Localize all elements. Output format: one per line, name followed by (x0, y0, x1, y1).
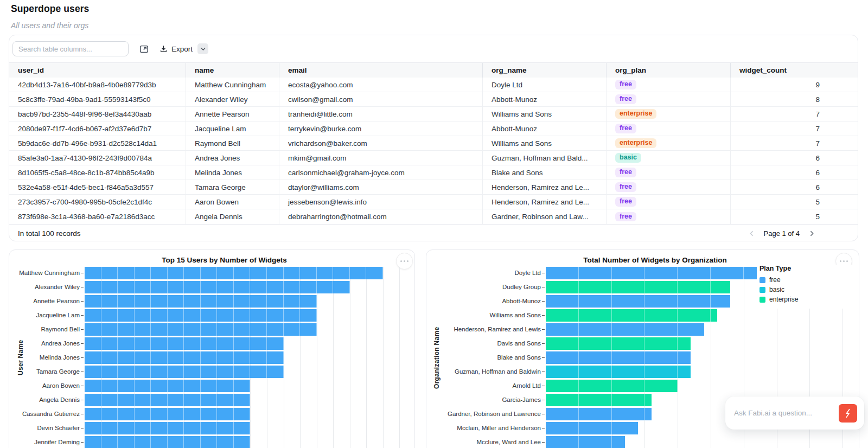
bar-Jacqueline Lam (85, 309, 317, 322)
org-plan-badge: free (615, 80, 636, 89)
y-tick-label: Jacqueline Lam (9, 309, 85, 322)
y-tick-label: Cassandra Gutierrez (9, 408, 85, 420)
export-label: Export (171, 45, 193, 53)
next-page-button[interactable] (808, 230, 815, 237)
legend-label: enterprise (769, 296, 798, 303)
bar-Angela Dennis (85, 394, 250, 406)
cell-org_name: Abbott-Munoz (483, 92, 607, 106)
previous-page-button[interactable] (748, 230, 755, 237)
cell-user_id: 2080de97-f1f7-4cd6-b067-af2d37e6d7b7 (9, 121, 186, 136)
table-row: 873f698e-3c1a-4368-ba60-e7a2186d3accAnge… (9, 209, 858, 224)
cell-org_plan: free (607, 92, 731, 106)
cell-email: tranheidi@little.com (279, 107, 483, 121)
y-tick-label: Angela Dennis (9, 394, 85, 406)
cell-widget_count: 8 (731, 92, 858, 106)
cell-org_plan: enterprise (607, 136, 731, 150)
bar-row (85, 422, 410, 434)
y-tick-label: Garcia-James (426, 394, 546, 406)
bar-Tamara George (85, 366, 284, 378)
legend-label: basic (769, 286, 784, 293)
cell-org_name: Abbott-Munoz (483, 121, 607, 136)
bar-row (546, 436, 854, 448)
download-icon (159, 45, 168, 53)
y-tick-label: Dudley Group (426, 281, 546, 293)
chevron-right-icon (808, 230, 815, 237)
y-tick-label: Blake and Sons (426, 351, 546, 364)
y-tick-label: Tamara George (9, 366, 85, 378)
legend-swatch-enterprise (760, 297, 765, 303)
table-row: 2080de97-f1f7-4cd6-b067-af2d37e6d7b7Jacq… (9, 121, 858, 136)
table-row: 85afe3a0-1aa7-4130-96f2-243f9d00784aAndr… (9, 151, 858, 165)
y-tick-label: Mcclure, Ward and Lee (426, 436, 546, 448)
cell-widget_count: 7 (731, 121, 858, 136)
chevron-left-icon (748, 230, 755, 237)
users-table-card: Export user_idnameemailorg_nameorg_planw… (9, 35, 858, 241)
bar-row (546, 351, 854, 364)
ask-fabi-widget[interactable]: Ask Fabi.ai a question... (725, 396, 864, 430)
y-tick-label: Williams and Sons (426, 309, 546, 322)
page-subtitle: All users and their orgs (11, 21, 89, 30)
bar-Abbott-Munoz (546, 295, 730, 308)
cell-org_plan: free (607, 209, 731, 224)
export-dropdown-button[interactable] (197, 43, 208, 54)
search-input[interactable] (12, 41, 129, 56)
bar-row (85, 337, 410, 350)
table-row: 5b9dac6e-dd7b-496e-b931-d2c528c14da1Raym… (9, 136, 858, 151)
lightning-bolt-icon (843, 408, 853, 419)
page-indicator: Page 1 of 4 (764, 229, 800, 238)
bar-row (85, 394, 410, 406)
bar-Annette Pearson (85, 295, 317, 308)
export-button[interactable]: Export (159, 43, 208, 54)
cell-org_name: Blake and Sons (483, 165, 607, 180)
y-tick-label: Gardner, Robinson and Lawrence (426, 408, 546, 420)
cell-widget_count: 5 (731, 209, 858, 224)
chart-title: Total Number of Widgets by Organization (459, 256, 851, 264)
cell-org_plan: basic (607, 151, 731, 165)
cell-org_name: Guzman, Hoffman and Bald... (483, 151, 607, 165)
cell-org_name: Williams and Sons (483, 136, 607, 150)
chart-legend: Plan Type freebasicenterprise (757, 265, 858, 309)
bar-row (85, 436, 410, 448)
org-plan-badge: basic (615, 153, 641, 163)
expand-icon (139, 44, 149, 54)
chevron-down-icon (200, 46, 206, 52)
bar-row (546, 366, 854, 378)
y-tick-label: Doyle Ltd (426, 267, 546, 279)
bar-Jennifer Deming (85, 436, 250, 448)
cell-user_id: 85afe3a0-1aa7-4130-96f2-243f9d00784a (9, 151, 186, 165)
legend-entry-basic: basic (760, 286, 858, 293)
dots-icon (840, 260, 842, 263)
bar-row (546, 309, 854, 322)
expand-button[interactable] (139, 44, 149, 54)
legend-title: Plan Type (760, 265, 858, 272)
column-header-org_name: org_name (483, 63, 607, 78)
bar-row (85, 281, 410, 293)
cell-user_id: 8d1065f5-c5a8-48ce-8c1b-874bb85c4a9b (9, 165, 186, 180)
cell-user_id: 5c8c3ffe-79ad-49ba-9ad1-55593143f5c0 (9, 92, 186, 106)
ask-fabi-placeholder: Ask Fabi.ai a question... (734, 409, 812, 417)
cell-name: Aaron Bowen (186, 195, 279, 209)
table-body: 42db4d13-7a16-40bf-b9a8-4b0e89779d3bMatt… (9, 78, 858, 224)
cell-name: Angela Dennis (186, 209, 279, 224)
bar-row (85, 267, 410, 279)
bar-Arnold Ltd (546, 380, 678, 392)
cell-user_id: 5b9dac6e-dd7b-496e-b931-d2c528c14da1 (9, 136, 186, 150)
cell-user_id: 532e4a58-e51f-4de5-bec1-f846a5a3d557 (9, 180, 186, 194)
table-footer: In total 100 records Page 1 of 4 (9, 224, 858, 241)
bar-row (546, 337, 854, 350)
bar-Williams and Sons (546, 309, 717, 322)
legend-swatch-free (760, 277, 765, 283)
total-records-text: In total 100 records (18, 229, 81, 238)
y-tick-label: Matthew Cunningham (9, 267, 85, 279)
y-tick-label: Devin Schaefer (9, 422, 85, 434)
table-row: 532e4a58-e51f-4de5-bec1-f846a5a3d557Tama… (9, 180, 858, 195)
cell-org_name: Williams and Sons (483, 107, 607, 121)
y-tick-label: Henderson, Ramirez and Lewis (426, 323, 546, 336)
org-plan-badge: free (615, 197, 636, 207)
bar-row (546, 323, 854, 336)
cell-name: Matthew Cunningham (186, 78, 279, 92)
ask-fabi-button[interactable] (839, 404, 857, 423)
legend-label: free (769, 276, 781, 284)
pagination: Page 1 of 4 (748, 229, 816, 238)
y-tick-label: Abbott-Munoz (426, 295, 546, 308)
